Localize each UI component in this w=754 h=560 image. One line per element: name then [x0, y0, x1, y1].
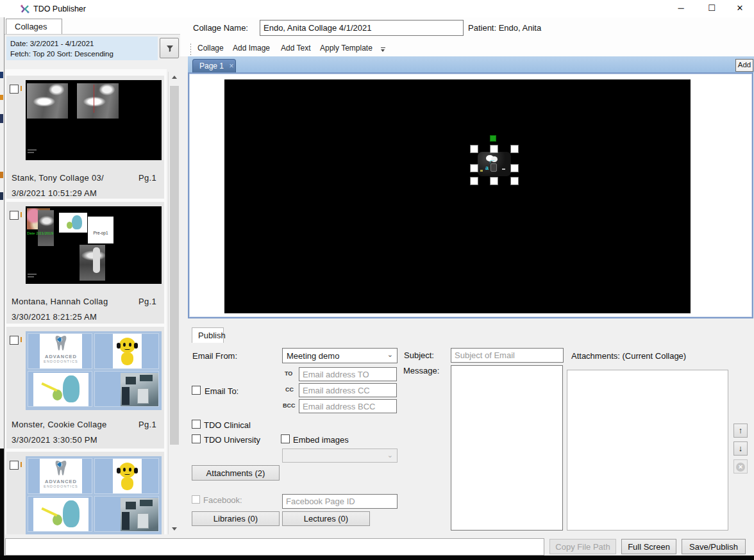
- toolbar-add-text-button[interactable]: Add Text: [278, 42, 313, 54]
- libraries-button[interactable]: Libraries (0): [192, 511, 280, 526]
- close-page-icon[interactable]: ×: [229, 62, 233, 70]
- arrow-annotation: [41, 507, 57, 517]
- tab-publish[interactable]: Publish: [192, 327, 224, 343]
- message-textarea[interactable]: [451, 365, 563, 531]
- collage-name-label: Collage Name:: [193, 23, 248, 33]
- resize-handle-w[interactable]: [470, 164, 478, 172]
- tdo-university-checkbox[interactable]: [192, 434, 201, 443]
- toolbar-overflow-button[interactable]: [381, 47, 386, 54]
- collage-page[interactable]: [224, 79, 691, 313]
- monitor: [126, 377, 136, 384]
- collage-thumbnail[interactable]: ADVANCED ENDODONTICS: [26, 456, 162, 534]
- chevron-down-icon: [381, 49, 385, 52]
- list-scrollbar[interactable]: [168, 72, 180, 534]
- tab-page-1[interactable]: Page 1 ×: [192, 59, 236, 72]
- resize-handle-e[interactable]: [510, 164, 519, 172]
- toolbar-collage-button[interactable]: Collage: [195, 42, 226, 54]
- background-window-fragment: [0, 114, 3, 123]
- funnel-icon: [166, 45, 174, 53]
- chevron-down-icon: ⌄: [387, 350, 393, 359]
- subject-input[interactable]: [451, 348, 564, 363]
- filter-button[interactable]: [160, 38, 179, 58]
- save-publish-button[interactable]: Save/Publish: [682, 539, 746, 554]
- embed-images-checkbox[interactable]: [281, 434, 290, 443]
- collage-checkbox[interactable]: [10, 85, 19, 94]
- resize-handle-se[interactable]: [510, 177, 519, 185]
- window-title: TDO Publisher: [33, 4, 86, 13]
- email-cc-input[interactable]: [299, 383, 397, 397]
- collage-page: Pg.1: [138, 297, 156, 306]
- list-item[interactable]: ADVANCED ENDODONTICS: [6, 327, 164, 449]
- toolbar-apply-template-button[interactable]: Apply Template: [317, 42, 375, 54]
- collage-timestamp: 3/8/2021 10:51:29 AM: [12, 188, 97, 198]
- to-label: TO: [285, 370, 292, 377]
- add-page-button[interactable]: Add: [735, 59, 753, 72]
- resize-handle-nw[interactable]: [470, 145, 478, 153]
- attachments-button[interactable]: Attachments (2): [192, 465, 280, 481]
- email-to-checkbox[interactable]: [192, 386, 201, 395]
- move-up-button[interactable]: ↑: [733, 424, 748, 438]
- rotate-handle[interactable]: [490, 135, 496, 142]
- cabinet: [137, 388, 149, 404]
- resize-handle-sw[interactable]: [470, 177, 478, 185]
- list-item[interactable]: ADVANCED ENDODONTICS: [6, 452, 164, 534]
- collage-thumbnail[interactable]: ADVANCED ENDODONTICS: [26, 331, 162, 410]
- resize-handle-n[interactable]: [490, 145, 498, 153]
- lectures-button[interactable]: Lectures (0): [282, 511, 370, 526]
- full-screen-button[interactable]: Full Screen: [621, 539, 676, 554]
- remove-attachment-button: ✕: [733, 459, 748, 474]
- copy-file-path-button: Copy File Path: [549, 539, 616, 554]
- annotation-text: ┌~: [489, 158, 494, 163]
- monitor: [126, 502, 136, 509]
- annotation-text: a: [485, 165, 489, 171]
- tab-collages[interactable]: Collages: [6, 19, 62, 35]
- collage-checkbox[interactable]: [10, 211, 19, 220]
- page-tab-label: Page 1: [199, 62, 224, 70]
- chevron-down-icon: ⌄: [387, 451, 393, 459]
- xray-image: [38, 210, 54, 246]
- annotation-mark: [480, 170, 483, 172]
- email-from-value: Meeting demo: [287, 351, 339, 361]
- toy-body: [121, 477, 133, 490]
- close-button[interactable]: ✕: [726, 0, 754, 17]
- collage-thumbnail[interactable]: [26, 80, 162, 160]
- embed-images-label: Embed images: [293, 435, 349, 445]
- remove-x-icon: ✕: [736, 463, 745, 472]
- collage-checkbox[interactable]: [10, 461, 19, 470]
- xray-image: [80, 245, 105, 281]
- resize-handle-ne[interactable]: [510, 145, 519, 153]
- toolbar-grip[interactable]: [190, 43, 192, 55]
- tdo-clinical-checkbox[interactable]: [192, 420, 201, 429]
- collage-checkbox[interactable]: [10, 336, 19, 345]
- toolbar-add-image-button[interactable]: Add Image: [230, 42, 272, 54]
- maximize-button[interactable]: ☐: [698, 0, 726, 17]
- move-down-button[interactable]: ↓: [733, 441, 748, 456]
- attachments-listbox[interactable]: [567, 370, 728, 531]
- email-from-select[interactable]: Meeting demo ⌄: [282, 348, 398, 363]
- scroll-down-button[interactable]: [169, 523, 180, 534]
- chair: [122, 512, 130, 530]
- thumbnail-cell: ADVANCED ENDODONTICS: [28, 333, 92, 369]
- thumbnail-cell: [28, 371, 92, 407]
- scroll-up-button[interactable]: [169, 72, 180, 83]
- xray-image: [77, 83, 119, 119]
- email-to-input[interactable]: [299, 367, 397, 381]
- scrollbar-thumb[interactable]: [170, 86, 179, 445]
- selected-image[interactable]: a ┌~: [478, 152, 511, 176]
- email-bcc-input[interactable]: [299, 399, 397, 413]
- list-item[interactable]: Stank, Tony Collage 03/ Pg.1 3/8/2021 10…: [6, 76, 164, 199]
- minimize-button[interactable]: ─: [667, 0, 695, 17]
- collage-timestamp: 3/30/2021 3:30:50 PM: [12, 435, 97, 445]
- root-filling: [93, 247, 100, 273]
- facebook-page-id-input[interactable]: [282, 494, 398, 509]
- collage-thumbnail[interactable]: Date 2/21/2019 Pre-op1: [26, 206, 162, 284]
- annotation-line: [94, 85, 94, 113]
- list-item[interactable]: Date 2/21/2019 Pre-op1 Montana, Hannah C…: [6, 202, 164, 324]
- background-window-fragment: [0, 192, 3, 200]
- resize-handle-s[interactable]: [490, 177, 498, 185]
- tooth-logo-icon: [54, 460, 67, 477]
- collage-name-input[interactable]: [260, 20, 464, 36]
- monitor: [140, 375, 153, 381]
- toy-head: [119, 338, 135, 353]
- filter-summary: Date: 3/2/2021 - 4/1/2021 Fetch: Top 20 …: [6, 37, 158, 60]
